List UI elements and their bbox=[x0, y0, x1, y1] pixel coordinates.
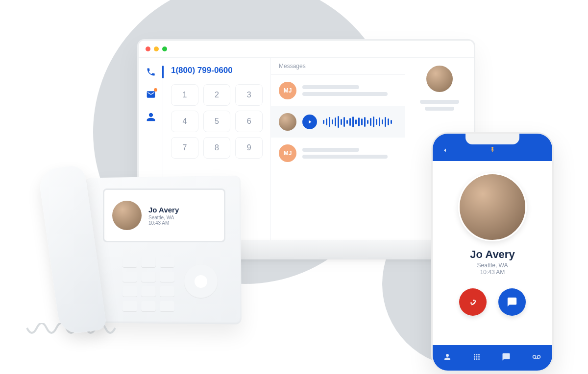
window-traffic-lights bbox=[139, 41, 474, 57]
dialer-key[interactable]: 8 bbox=[203, 137, 231, 159]
voicemail-nav-icon[interactable] bbox=[531, 352, 542, 363]
close-window-icon[interactable] bbox=[146, 47, 150, 51]
message-item[interactable]: MJ bbox=[271, 75, 405, 106]
call-actions bbox=[459, 288, 526, 316]
avatar-photo bbox=[279, 113, 296, 131]
svg-point-1 bbox=[474, 354, 475, 355]
notification-dot bbox=[154, 88, 157, 92]
dialer-number-display: 1(800) 799-0600 bbox=[171, 66, 263, 75]
svg-point-9 bbox=[478, 358, 480, 360]
end-call-button[interactable] bbox=[459, 288, 487, 316]
mail-tab-icon[interactable] bbox=[146, 89, 156, 100]
dialer-key[interactable]: 5 bbox=[203, 111, 231, 132]
svg-point-6 bbox=[478, 356, 480, 358]
phone-key[interactable] bbox=[160, 257, 174, 268]
phone-key[interactable] bbox=[122, 286, 137, 297]
avatar-initials: MJ bbox=[279, 82, 296, 99]
contacts-nav-icon[interactable] bbox=[443, 352, 452, 363]
phone-key[interactable] bbox=[122, 257, 137, 268]
svg-point-0 bbox=[491, 147, 493, 149]
call-time: 10:43 AM bbox=[148, 220, 216, 226]
messages-nav-icon[interactable] bbox=[502, 352, 511, 363]
message-item[interactable]: MJ bbox=[271, 138, 405, 169]
caller-name: Jo Avery bbox=[470, 248, 514, 261]
caller-avatar-large bbox=[458, 173, 527, 241]
message-button[interactable] bbox=[498, 288, 526, 316]
caller-location: Seattle, WA bbox=[477, 262, 508, 269]
contacts-tab-icon[interactable] bbox=[146, 112, 156, 122]
maximize-window-icon[interactable] bbox=[162, 47, 167, 51]
dialer-key[interactable]: 2 bbox=[203, 84, 231, 106]
phone-key[interactable] bbox=[160, 286, 174, 297]
svg-point-2 bbox=[476, 354, 478, 355]
dialer-key[interactable]: 3 bbox=[235, 84, 263, 106]
phone-notch bbox=[466, 134, 519, 144]
svg-point-11 bbox=[538, 355, 540, 358]
dialer-key[interactable]: 1 bbox=[171, 84, 198, 106]
dialer-key[interactable]: 6 bbox=[235, 111, 263, 132]
play-button[interactable] bbox=[302, 115, 317, 129]
deskphone-nav-pad[interactable] bbox=[184, 264, 218, 299]
caller-name: Jo Avery bbox=[148, 206, 216, 214]
placeholder-line bbox=[420, 100, 459, 104]
svg-point-4 bbox=[474, 356, 475, 358]
deskphone-keypad bbox=[122, 257, 174, 312]
placeholder-line bbox=[425, 107, 454, 111]
avatar-initials: MJ bbox=[279, 144, 296, 162]
phone-tab-icon[interactable] bbox=[146, 67, 156, 77]
dialer-keypad: 1 2 3 4 5 6 7 8 9 bbox=[171, 84, 263, 159]
app-logo-icon bbox=[489, 146, 496, 156]
svg-point-7 bbox=[474, 358, 475, 360]
phone-key[interactable] bbox=[141, 286, 156, 297]
deskphone-device: Jo Avery Seattle, WA 10:43 AM bbox=[20, 166, 245, 352]
minimize-window-icon[interactable] bbox=[154, 47, 159, 51]
svg-point-3 bbox=[478, 354, 480, 355]
back-icon[interactable] bbox=[441, 146, 448, 156]
message-preview bbox=[302, 85, 397, 96]
mobile-device: Jo Avery Seattle, WA 10:43 AM bbox=[431, 132, 554, 372]
phone-key[interactable] bbox=[141, 272, 156, 282]
svg-point-10 bbox=[533, 355, 536, 358]
mobile-call-screen: Jo Avery Seattle, WA 10:43 AM bbox=[433, 161, 552, 327]
phone-key[interactable] bbox=[122, 301, 137, 312]
phone-key[interactable] bbox=[160, 272, 174, 282]
deskphone-screen: Jo Avery Seattle, WA 10:43 AM bbox=[103, 188, 225, 242]
message-preview bbox=[302, 148, 397, 159]
contact-avatar bbox=[426, 66, 453, 92]
caller-avatar bbox=[112, 201, 142, 230]
messages-panel: Messages MJ MJ bbox=[271, 58, 405, 243]
dialer-key[interactable]: 9 bbox=[235, 137, 263, 159]
messages-header: Messages bbox=[271, 58, 405, 75]
caller-location: Seattle, WA bbox=[148, 215, 216, 220]
svg-point-8 bbox=[476, 358, 478, 360]
voicemail-item[interactable] bbox=[271, 106, 405, 138]
phone-key[interactable] bbox=[141, 257, 156, 268]
phone-key[interactable] bbox=[160, 301, 174, 312]
call-time: 10:43 AM bbox=[480, 269, 505, 276]
phone-key[interactable] bbox=[141, 301, 156, 312]
svg-point-5 bbox=[476, 356, 478, 358]
dialer-key[interactable]: 7 bbox=[171, 137, 198, 159]
mobile-bottom-nav bbox=[433, 345, 552, 371]
phone-key[interactable] bbox=[122, 272, 137, 282]
dialpad-nav-icon[interactable] bbox=[472, 352, 481, 363]
waveform[interactable] bbox=[323, 116, 397, 128]
dialer-key[interactable]: 4 bbox=[171, 111, 198, 132]
